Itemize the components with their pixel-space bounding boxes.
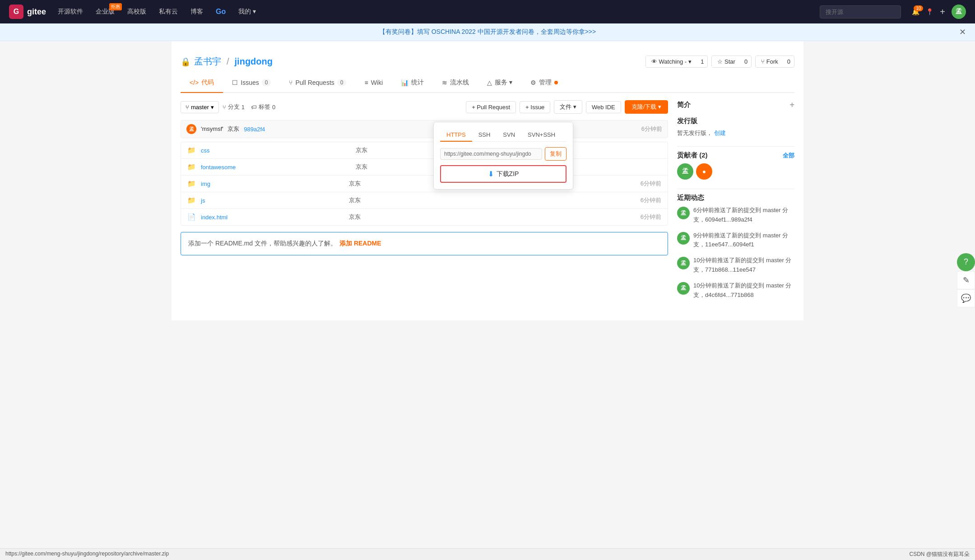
side-panel: 简介 + 发行版 暂无发行版， 创建 贡献者 (2) 全部 (677, 100, 794, 306)
watching-count: 1 (697, 56, 707, 67)
intro-title: 简介 + (677, 100, 794, 110)
recent-text-2: 10分钟前推送了新的提交到 master 分支，771b868...11ee54… (693, 256, 794, 275)
lock-icon: 🔒 (181, 57, 190, 67)
nav-private[interactable]: 私有云 (158, 6, 179, 18)
tab-stats[interactable]: 📊 统计 (392, 73, 433, 93)
download-icon: ⬇ (488, 170, 494, 178)
contributor-avatars: 孟 ● (677, 163, 794, 180)
release-section: 发行版 暂无发行版， 创建 (677, 117, 794, 137)
recent-avatar-3: 孟 (677, 282, 690, 295)
contributor-avatar-1[interactable]: ● (696, 163, 712, 180)
nav-mine[interactable]: 我的 ▾ (237, 6, 257, 18)
stats-icon: 📊 (401, 79, 409, 86)
readme-text: 添加一个 README.md 文件，帮助感兴趣的人了解。 (188, 240, 337, 248)
nav-blog[interactable]: 博客 (190, 6, 204, 18)
edit-button[interactable]: ✎ (957, 271, 975, 289)
clone-url-input[interactable] (440, 148, 542, 160)
file-name-img[interactable]: img (201, 180, 344, 187)
nav-opensource[interactable]: 开源软件 (57, 6, 84, 18)
fork-count: 0 (784, 56, 794, 67)
branch-chevron: ▾ (211, 104, 214, 111)
float-side: ? ✎ 💬 (957, 253, 975, 307)
branch-selector[interactable]: ⑂ master ▾ (181, 101, 219, 113)
fork-group: ⑂ Fork 0 (755, 56, 794, 68)
star-button[interactable]: ☆ Star (712, 56, 741, 67)
commit-avatar: 孟 (186, 124, 196, 134)
watching-label: Watching - (659, 58, 687, 65)
repo-tabs: </> 代码 ☐ Issues 0 ⑂ Pull Requests 0 ≡ Wi… (181, 73, 794, 93)
contributors-all-link[interactable]: 全部 (783, 152, 794, 160)
issue-btn[interactable]: + Issue (520, 101, 550, 113)
eye-icon: 👁 (651, 58, 657, 65)
notification-bell[interactable]: 🔔 10 (912, 8, 919, 15)
release-title: 发行版 (677, 117, 794, 125)
file-icon: 📄 (187, 213, 196, 221)
recent-text-1: 9分钟前推送了新的提交到 master 分支，11ee547...6094ef1 (693, 231, 794, 250)
contributor-avatar-0[interactable]: 孟 (677, 163, 693, 180)
nav-college[interactable]: 高校版 (126, 6, 147, 18)
top-nav: G gitee 开源软件 企业版 拒惠 高校版 私有云 博客 Go 我的 ▾ 🔔… (0, 0, 975, 23)
clone-tab-svnplus[interactable]: SVN+SSH (521, 129, 562, 142)
clone-btn[interactable]: 克隆/下载 ▾ (625, 100, 668, 114)
content-area: ⑂ master ▾ ⑂ 分支 1 🏷 标签 0 (181, 93, 794, 313)
add-readme-link[interactable]: 添加 README (339, 240, 381, 248)
search-input[interactable] (820, 5, 901, 19)
clone-tabs: HTTPS SSH SVN SVN+SSH (440, 129, 566, 142)
branch-info: ⑂ 分支 1 🏷 标签 0 (223, 103, 275, 111)
tab-wiki[interactable]: ≡ Wiki (355, 74, 392, 93)
pull-request-btn[interactable]: + Pull Request (466, 101, 516, 113)
branch-icon: ⑂ (186, 104, 189, 111)
fork-button[interactable]: ⑂ Fork (756, 56, 784, 67)
file-name-index[interactable]: index.html (201, 214, 344, 221)
tab-service[interactable]: △ 服务 ▾ (478, 73, 521, 93)
help-button[interactable]: ? (957, 253, 975, 271)
create-release-link[interactable]: 创建 (714, 130, 726, 136)
tab-issues[interactable]: ☐ Issues 0 (223, 74, 280, 93)
tag-icon: 🏷 (251, 104, 257, 111)
tab-code[interactable]: </> 代码 (181, 73, 223, 93)
file-name-fontawesome[interactable]: fontawesome (201, 164, 351, 171)
repo-owner-link[interactable]: 孟书宇 (194, 56, 221, 68)
toolbar-right: + Pull Request + Issue 文件 ▾ Web IDE 克隆/下… (466, 100, 668, 114)
user-avatar[interactable]: 孟 (952, 5, 966, 19)
logo[interactable]: G gitee (9, 5, 46, 19)
clone-tab-https[interactable]: HTTPS (440, 129, 472, 142)
repo-header: 🔒 孟书宇 / jingdong 👁 Watching - ▾ 1 ☆ Star… (181, 48, 794, 73)
file-row-index: 📄 index.html 京东 6分钟前 (181, 209, 668, 225)
tab-pr[interactable]: ⑂ Pull Requests 0 (280, 74, 355, 93)
star-label: ☆ Star (717, 58, 735, 65)
commit-row: 孟 'msymsf' 京东 989a2f4 6分钟前 (181, 120, 668, 138)
plus-icon[interactable]: + (940, 7, 945, 17)
commit-message: 'msymsf' 京东 (201, 125, 239, 133)
location-icon: 📍 (926, 8, 933, 15)
file-btn[interactable]: 文件 ▾ (554, 100, 582, 114)
branch-count: ⑂ 分支 1 (223, 103, 245, 111)
nav-enterprise[interactable]: 企业版 拒惠 (95, 6, 116, 18)
recent-title: 近期动态 (677, 194, 794, 202)
repo-name-link[interactable]: jingdong (235, 56, 273, 67)
recent-item-1: 孟 9分钟前推送了新的提交到 master 分支，11ee547...6094e… (677, 231, 794, 250)
watching-button[interactable]: 👁 Watching - ▾ (646, 56, 698, 67)
folder-icon: 📁 (187, 163, 196, 171)
file-row-fontawesome: 📁 fontawesome 京东 (181, 159, 668, 176)
announce-close[interactable]: ✕ (959, 27, 966, 37)
copy-url-button[interactable]: 复制 (545, 147, 566, 161)
clone-tab-svn[interactable]: SVN (497, 129, 521, 142)
file-commit-index: 京东 (349, 213, 636, 221)
intro-add-button[interactable]: + (789, 100, 794, 110)
download-zip-button[interactable]: ⬇ 下载ZIP (440, 165, 566, 183)
tab-pipeline[interactable]: ≋ 流水线 (433, 73, 478, 93)
file-name-js[interactable]: js (201, 197, 344, 204)
commit-hash[interactable]: 989a2f4 (244, 126, 265, 133)
tab-manage[interactable]: ⚙ 管理 (521, 73, 567, 93)
file-name-css[interactable]: css (201, 147, 351, 154)
manage-dot (554, 81, 558, 84)
issues-icon: ☐ (232, 79, 238, 86)
nav-go[interactable]: Go (215, 6, 227, 18)
webide-btn[interactable]: Web IDE (586, 101, 621, 113)
recent-avatar-2: 孟 (677, 257, 690, 269)
clone-tab-ssh[interactable]: SSH (472, 129, 497, 142)
announce-text: 【有奖问卷】填写 OSCHINA 2022 中国开源开发者问卷，全套周边等你拿>… (379, 28, 596, 35)
chat-button[interactable]: 💬 (957, 289, 975, 307)
folder-icon: 📁 (187, 146, 196, 154)
